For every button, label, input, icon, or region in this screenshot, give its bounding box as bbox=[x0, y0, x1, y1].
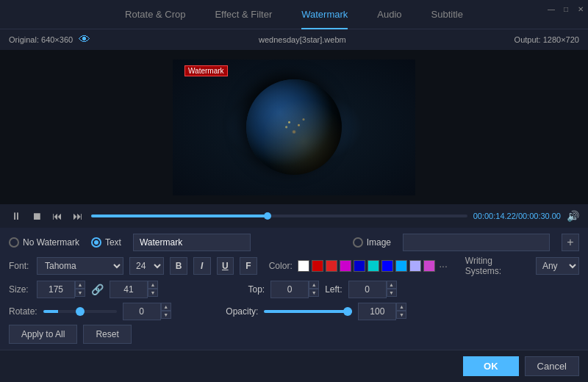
opacity-spinner-buttons: ▲ ▼ bbox=[396, 303, 406, 320]
text-watermark-label: Text bbox=[105, 237, 121, 248]
playback-bar: ⏸ ⏹ ⏮ ⏭ 00:00:14.22/00:00:30.00 🔊 bbox=[0, 204, 588, 228]
top-input[interactable] bbox=[270, 281, 309, 298]
output-size-label: Output: 1280×720 bbox=[514, 35, 579, 44]
seek-fill bbox=[91, 215, 268, 217]
left-input[interactable] bbox=[348, 281, 387, 298]
tab-watermark[interactable]: Watermark bbox=[287, 0, 362, 29]
no-watermark-option[interactable]: No Watermark bbox=[9, 237, 79, 248]
top-decrement[interactable]: ▼ bbox=[309, 289, 319, 297]
seek-bar[interactable] bbox=[91, 215, 467, 217]
more-colors-button[interactable]: ··· bbox=[439, 260, 448, 272]
color-label: Color: bbox=[269, 261, 292, 271]
tab-audio[interactable]: Audio bbox=[362, 0, 416, 29]
rotate-spinner-buttons: ▲ ▼ bbox=[161, 303, 171, 320]
maximize-button[interactable]: □ bbox=[559, 1, 573, 16]
cancel-button[interactable]: Cancel bbox=[525, 356, 579, 376]
no-watermark-radio[interactable] bbox=[9, 237, 19, 248]
size-label: Size: bbox=[9, 284, 31, 295]
rotate-input[interactable] bbox=[123, 303, 161, 320]
height-spinner: ▲ ▼ bbox=[110, 281, 158, 298]
opacity-decrement[interactable]: ▼ bbox=[396, 311, 406, 319]
image-path-input[interactable] bbox=[403, 234, 550, 251]
opacity-slider[interactable] bbox=[264, 310, 352, 313]
pause-button[interactable]: ⏸ bbox=[9, 209, 24, 223]
original-size-label: Original: 640×360 bbox=[9, 35, 73, 44]
width-increment[interactable]: ▲ bbox=[75, 281, 85, 289]
font-family-select[interactable]: Tahoma bbox=[37, 257, 123, 275]
font-label: Font: bbox=[9, 261, 31, 271]
rotate-label: Rotate: bbox=[9, 306, 37, 317]
bold-button[interactable]: B bbox=[170, 257, 187, 275]
rotate-increment[interactable]: ▲ bbox=[161, 303, 171, 311]
opacity-spinner: ▲ ▼ bbox=[358, 303, 406, 320]
close-button[interactable]: ✕ bbox=[573, 1, 588, 16]
left-increment[interactable]: ▲ bbox=[387, 281, 397, 289]
ok-button[interactable]: OK bbox=[463, 356, 519, 376]
color-skyblue[interactable] bbox=[395, 260, 407, 272]
preview-eye-icon[interactable]: 👁 bbox=[79, 33, 90, 46]
top-increment[interactable]: ▲ bbox=[309, 281, 319, 289]
add-image-button[interactable]: + bbox=[562, 234, 579, 251]
italic-button[interactable]: I bbox=[193, 257, 211, 275]
rotate-slider[interactable] bbox=[43, 310, 117, 313]
color-teal[interactable] bbox=[368, 260, 379, 272]
rotate-decrement[interactable]: ▼ bbox=[161, 311, 171, 319]
color-red[interactable] bbox=[326, 260, 337, 272]
minimize-button[interactable]: — bbox=[544, 1, 559, 16]
bottom-bar: OK Cancel bbox=[0, 350, 588, 382]
strikethrough-button[interactable]: F bbox=[240, 257, 257, 275]
left-decrement[interactable]: ▼ bbox=[387, 289, 397, 297]
reset-button[interactable]: Reset bbox=[83, 325, 131, 344]
earth-lights bbox=[246, 79, 342, 175]
window-controls: — □ ✕ bbox=[544, 0, 588, 18]
left-spinner: ▲ ▼ bbox=[348, 281, 397, 298]
seek-thumb bbox=[264, 212, 271, 220]
color-blue[interactable] bbox=[381, 260, 393, 272]
font-size-select[interactable]: 24 bbox=[129, 257, 164, 275]
left-label: Left: bbox=[325, 284, 342, 295]
height-increment[interactable]: ▲ bbox=[148, 281, 158, 289]
color-navy[interactable] bbox=[354, 260, 365, 272]
color-white[interactable] bbox=[298, 260, 309, 272]
width-input[interactable] bbox=[37, 281, 75, 298]
opacity-label: Opacity: bbox=[226, 306, 258, 317]
stop-button[interactable]: ⏹ bbox=[29, 209, 44, 223]
video-preview: Watermark bbox=[173, 60, 415, 195]
watermark-overlay: Watermark bbox=[184, 65, 228, 76]
tab-rotate-crop[interactable]: Rotate & Crop bbox=[110, 0, 200, 29]
writing-systems-select[interactable]: Any bbox=[536, 257, 579, 275]
color-darkred[interactable] bbox=[312, 260, 323, 272]
underline-button[interactable]: U bbox=[217, 257, 234, 275]
prev-frame-button[interactable]: ⏮ bbox=[50, 209, 65, 223]
color-purple[interactable] bbox=[423, 260, 435, 272]
text-watermark-radio[interactable] bbox=[91, 237, 101, 248]
info-bar: Original: 640×360 👁 wednesday[3star].web… bbox=[0, 29, 588, 50]
tab-effect-filter[interactable]: Effect & Filter bbox=[200, 0, 287, 29]
watermark-type-row: No Watermark Text Image + bbox=[9, 234, 579, 251]
left-spinner-buttons: ▲ ▼ bbox=[387, 281, 397, 298]
opacity-input[interactable] bbox=[358, 303, 396, 320]
height-spinner-buttons: ▲ ▼ bbox=[148, 281, 158, 298]
text-watermark-option[interactable]: Text bbox=[91, 237, 121, 248]
tab-subtitle[interactable]: Subtitle bbox=[417, 0, 478, 29]
width-spinner: ▲ ▼ bbox=[37, 281, 85, 298]
link-icon[interactable]: 🔗 bbox=[91, 284, 104, 295]
time-display: 00:00:14.22/00:00:30.00 bbox=[473, 212, 561, 220]
height-decrement[interactable]: ▼ bbox=[148, 289, 158, 297]
width-decrement[interactable]: ▼ bbox=[75, 289, 85, 297]
apply-all-button[interactable]: Apply to All bbox=[9, 325, 77, 344]
color-lavender[interactable] bbox=[409, 260, 421, 272]
top-spinner-buttons: ▲ ▼ bbox=[309, 281, 319, 298]
image-watermark-label: Image bbox=[367, 237, 391, 248]
width-spinner-buttons: ▲ ▼ bbox=[75, 281, 85, 298]
image-watermark-option[interactable]: Image bbox=[353, 237, 391, 248]
color-magenta[interactable] bbox=[340, 260, 351, 272]
height-input[interactable] bbox=[110, 281, 148, 298]
next-frame-button[interactable]: ⏭ bbox=[71, 209, 85, 223]
opacity-increment[interactable]: ▲ bbox=[396, 303, 406, 311]
volume-icon[interactable]: 🔊 bbox=[567, 210, 579, 222]
earth-visual bbox=[246, 79, 342, 175]
size-row: Size: ▲ ▼ 🔗 ▲ ▼ Top: ▲ ▼ Left: bbox=[9, 281, 579, 298]
image-watermark-radio[interactable] bbox=[353, 237, 363, 248]
watermark-text-input[interactable] bbox=[133, 234, 251, 251]
